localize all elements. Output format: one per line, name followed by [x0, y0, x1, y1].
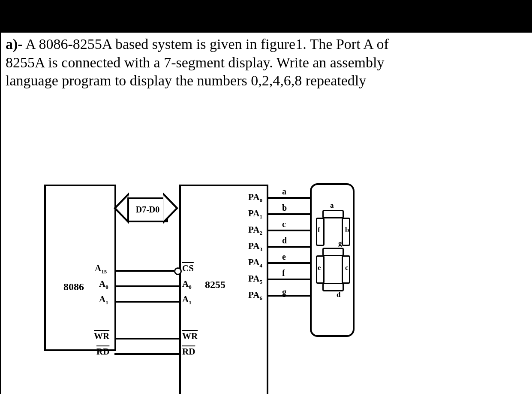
pin-8086-wr: WR [94, 331, 109, 342]
seg-label-d: d [337, 291, 340, 299]
pin-8255-a0: A0 [182, 279, 192, 291]
seg-label-b: b [345, 226, 349, 234]
seg-label-c: c [345, 264, 349, 272]
wire-pa6 [267, 295, 310, 297]
net-e: e [282, 252, 286, 262]
wire-pa0 [267, 197, 310, 199]
pin-8255-a1: A1 [182, 294, 192, 306]
segment-d [322, 283, 344, 291]
wire-a1 [114, 301, 179, 303]
chip-8255-name: 8255 [205, 279, 225, 291]
segment-a [322, 210, 344, 218]
databus-label: D7-D0 [127, 197, 168, 222]
segment-f [316, 218, 325, 246]
seg-label-g: g [338, 239, 342, 248]
pin-pa1: PA1 [248, 208, 262, 220]
question-line-1: A 8086-8255A based system is given in fi… [25, 36, 388, 52]
wire-a0 [114, 285, 179, 287]
pin-pa0: PA0 [248, 192, 262, 204]
page: a)- A 8086-8255A based system is given i… [0, 33, 532, 394]
pin-8255-wr: WR [182, 331, 198, 342]
pin-8255-rd: RD [182, 346, 195, 357]
net-g: g [282, 287, 286, 297]
wire-a15-cs [114, 270, 174, 272]
pin-8086-a15: A15 [95, 263, 107, 275]
question-line-2: 8255A is connected with a 7-segment disp… [6, 55, 384, 70]
seg-label-f: f [318, 226, 320, 234]
net-f: f [282, 268, 285, 278]
question-text: a)- A 8086-8255A based system is given i… [1, 33, 532, 90]
wire-pa2 [267, 230, 310, 231]
pin-pa6: PA6 [248, 290, 262, 302]
question-line-3: language program to display the numbers … [6, 73, 366, 88]
pin-pa3: PA3 [248, 241, 262, 253]
seg-label-a: a [330, 201, 334, 210]
segment-g [322, 248, 344, 256]
pin-pa5: PA5 [248, 273, 262, 285]
chip-8086-name: 8086 [63, 281, 84, 293]
net-c: c [282, 219, 286, 229]
databus-icon: D7-D0 [114, 193, 177, 223]
wire-pa4 [267, 262, 310, 264]
wire-pa1 [267, 213, 310, 215]
wire-wr [114, 338, 179, 339]
net-d: d [282, 236, 287, 245]
pin-8086-a1: A1 [99, 294, 108, 306]
seven-segment-display-icon: a b c d e f g [310, 183, 355, 337]
pin-8086-a0: A0 [99, 279, 108, 291]
question-label: a)- [6, 36, 23, 52]
net-a: a [282, 187, 286, 197]
figure: 8086 8255 D7-D0 A15 CS A0 A0 A1 A1 WR WR… [1, 109, 532, 367]
cs-negation-bubble-icon [174, 267, 182, 275]
wire-rd [114, 353, 179, 355]
net-b: b [282, 203, 287, 213]
wire-pa5 [267, 279, 310, 280]
pin-8255-cs: CS [182, 263, 194, 274]
pin-8086-rd: RD [96, 346, 109, 357]
wire-pa3 [267, 246, 310, 248]
pin-pa2: PA2 [248, 224, 262, 236]
seg-label-e: e [318, 264, 321, 272]
pin-pa4: PA4 [248, 257, 262, 269]
